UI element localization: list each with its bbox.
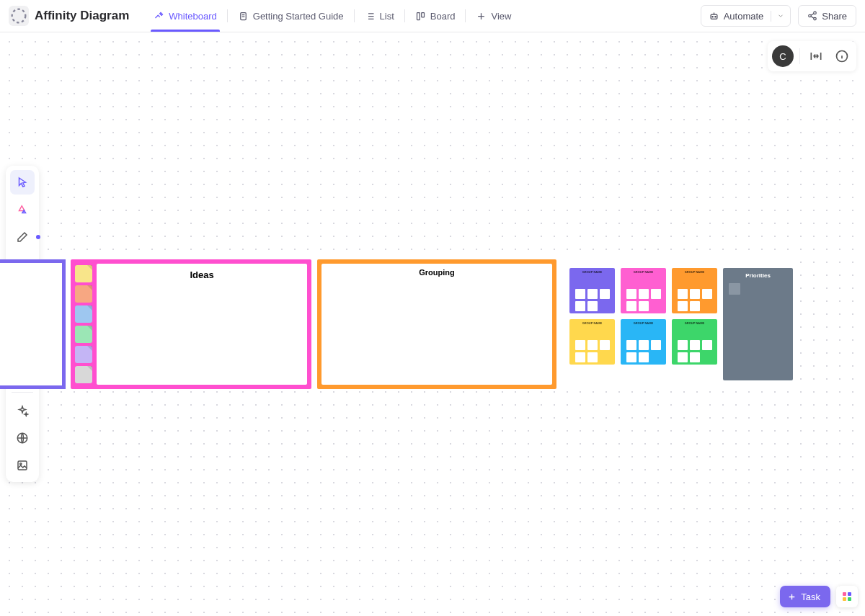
group-title: GROUP NAME: [582, 322, 602, 325]
apps-icon: [843, 592, 851, 601]
grouping-area[interactable]: Grouping: [321, 264, 552, 385]
svg-point-6: [714, 16, 715, 17]
purple-frame-edge[interactable]: [0, 259, 66, 389]
mini-items: [575, 289, 610, 311]
chevron-down-icon[interactable]: [771, 11, 784, 22]
priority-item[interactable]: [729, 283, 740, 295]
group-title: GROUP NAME: [582, 271, 602, 274]
svg-point-9: [814, 17, 817, 20]
apps-button[interactable]: [836, 586, 858, 607]
mini-items: [678, 289, 712, 311]
group-title: GROUP NAME: [634, 322, 653, 325]
header-actions: Automate Share: [701, 5, 856, 27]
ideas-card[interactable]: Ideas: [71, 259, 311, 389]
group-tile[interactable]: GROUP NAME: [621, 268, 666, 313]
svg-rect-17: [18, 461, 27, 470]
color-dot: [36, 235, 40, 239]
mini-items: [626, 289, 661, 311]
svg-point-18: [20, 463, 22, 465]
info-button[interactable]: [832, 46, 852, 66]
page-title[interactable]: Affinity Diagram: [35, 9, 129, 23]
svg-rect-3: [422, 12, 425, 17]
sticky-note[interactable]: [75, 265, 92, 282]
board-content: Ideas Grouping GROUP NAME GROUP NAME GRO…: [0, 259, 865, 418]
svg-point-7: [814, 12, 817, 14]
whiteboard-canvas[interactable]: C: [0, 32, 865, 616]
grouping-card[interactable]: Grouping: [317, 259, 556, 389]
list-icon: [365, 11, 376, 22]
group-tile[interactable]: GROUP NAME: [621, 319, 666, 365]
priorities-title: Priorities: [745, 272, 771, 279]
groups-card[interactable]: GROUP NAME GROUP NAME GROUP NAME GROUP N…: [562, 261, 800, 388]
tab-label: List: [380, 11, 394, 22]
group-title: GROUP NAME: [685, 322, 704, 325]
task-label: Task: [801, 592, 820, 602]
plus-icon: [476, 11, 487, 22]
mini-items: [575, 340, 610, 362]
separator: [799, 48, 800, 64]
priorities-panel[interactable]: Priorities: [723, 268, 793, 380]
info-icon: [835, 49, 849, 63]
tool-web[interactable]: [10, 426, 35, 450]
new-task-button[interactable]: Task: [780, 586, 830, 607]
tab-add-view[interactable]: View: [466, 0, 521, 32]
groups-grid: GROUP NAME GROUP NAME GROUP NAME GROUP N…: [569, 268, 717, 380]
group-tile[interactable]: GROUP NAME: [569, 268, 615, 313]
tab-label: Whiteboard: [169, 11, 216, 22]
tab-label: View: [491, 11, 511, 22]
generate-icon: [16, 203, 29, 216]
tab-getting-started[interactable]: Getting Started Guide: [228, 0, 354, 32]
ideas-area[interactable]: Ideas: [97, 264, 307, 385]
svg-point-5: [712, 16, 713, 17]
page-icon[interactable]: [9, 6, 29, 26]
tool-image[interactable]: [10, 453, 35, 478]
image-icon: [16, 459, 29, 472]
canvas-toolbar: C: [768, 41, 856, 71]
tab-whiteboard[interactable]: Whiteboard: [143, 0, 226, 32]
share-icon: [807, 11, 817, 21]
sticky-note[interactable]: [75, 285, 92, 303]
share-button[interactable]: Share: [798, 5, 856, 27]
grouping-title: Grouping: [419, 268, 455, 277]
pen-icon: [16, 231, 29, 244]
ideas-title: Ideas: [190, 269, 213, 280]
mini-items: [678, 340, 712, 362]
view-tabs: Whiteboard Getting Started Guide List Bo…: [143, 0, 521, 32]
group-tile[interactable]: GROUP NAME: [672, 268, 717, 313]
group-tile[interactable]: GROUP NAME: [672, 319, 717, 365]
doc-icon: [238, 11, 249, 22]
svg-point-0: [12, 9, 26, 23]
mini-items: [626, 340, 661, 362]
group-title: GROUP NAME: [634, 271, 653, 274]
svg-rect-2: [417, 12, 420, 19]
sticky-note[interactable]: [75, 346, 92, 363]
tab-board[interactable]: Board: [405, 0, 466, 32]
app-header: Affinity Diagram Whiteboard Getting Star…: [0, 0, 865, 32]
tool-pen[interactable]: [10, 225, 35, 249]
tab-list[interactable]: List: [355, 0, 404, 32]
sticky-note[interactable]: [75, 366, 92, 383]
share-label: Share: [822, 11, 847, 22]
automate-button[interactable]: Automate: [701, 5, 791, 27]
avatar[interactable]: C: [772, 45, 794, 67]
automate-label: Automate: [724, 11, 764, 22]
sticky-note[interactable]: [75, 305, 92, 323]
tool-select[interactable]: [10, 170, 35, 195]
tab-label: Board: [430, 11, 456, 22]
board-icon: [415, 11, 426, 22]
sticky-palette: [75, 264, 92, 385]
robot-icon: [709, 11, 719, 22]
tool-generate[interactable]: [10, 197, 35, 222]
tab-label: Getting Started Guide: [253, 11, 344, 22]
globe-icon: [16, 432, 29, 445]
group-tile[interactable]: GROUP NAME: [569, 319, 615, 365]
cursor-icon: [16, 176, 29, 189]
fit-width-icon: [809, 49, 823, 63]
group-title: GROUP NAME: [685, 271, 704, 274]
plus-icon: [787, 592, 797, 602]
sticky-note[interactable]: [75, 326, 92, 343]
whiteboard-icon: [154, 11, 164, 22]
svg-point-8: [809, 14, 812, 17]
fit-width-button[interactable]: [806, 46, 826, 66]
